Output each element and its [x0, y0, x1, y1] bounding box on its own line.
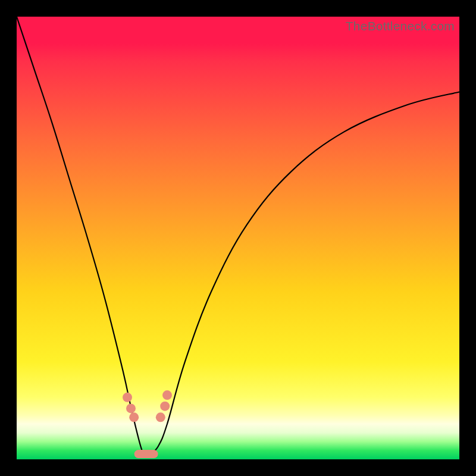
highlight-markers — [123, 390, 172, 454]
highlight-dot — [162, 390, 172, 400]
highlight-dot — [156, 412, 165, 422]
bottleneck-curve-svg — [17, 17, 459, 459]
plot-area: TheBottleneck.com — [17, 17, 459, 459]
highlight-dot — [126, 403, 136, 413]
highlight-dot — [160, 402, 170, 411]
highlight-dot — [129, 412, 139, 422]
attribution-watermark: TheBottleneck.com — [346, 19, 455, 33]
highlight-dot — [123, 393, 132, 402]
bottleneck-curve — [17, 17, 459, 456]
chart-frame: TheBottleneck.com — [17, 17, 459, 459]
